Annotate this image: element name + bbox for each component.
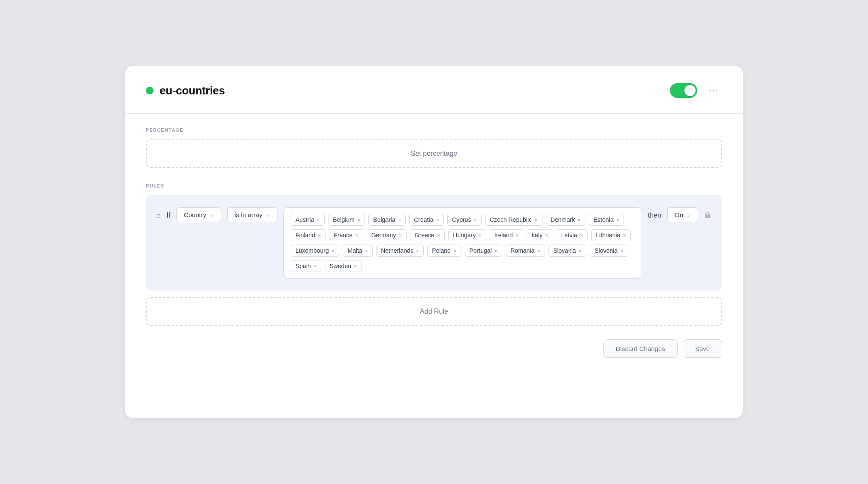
tag-label: Belgium: [333, 216, 355, 223]
list-item: Cyprus×: [447, 214, 482, 226]
condition-field-dropdown[interactable]: Country ⌄: [176, 207, 221, 222]
list-item: Portugal×: [465, 245, 503, 257]
list-item: Germany×: [367, 229, 407, 241]
tag-label: Malta: [347, 247, 362, 254]
tag-label: Cyprus: [452, 216, 471, 223]
list-item: Finland×: [291, 229, 326, 241]
toggle-track[interactable]: [670, 83, 697, 98]
list-item: Austria×: [291, 214, 325, 226]
tag-remove-button[interactable]: ×: [473, 217, 477, 223]
add-rule-button[interactable]: Add Rule: [146, 297, 722, 326]
tag-remove-button[interactable]: ×: [317, 217, 320, 223]
tag-label: Italy: [531, 232, 542, 239]
tag-remove-button[interactable]: ×: [357, 217, 361, 223]
footer-actions: Discard Changes Save: [146, 339, 722, 358]
discard-changes-button[interactable]: Discard Changes: [603, 339, 678, 358]
list-item: Lithuania×: [591, 229, 631, 241]
tag-label: Lithuania: [596, 232, 621, 239]
rules-section: RULES ≡ If Country ⌄ is in array ⌄ Aus: [146, 183, 722, 326]
tag-remove-button[interactable]: ×: [580, 233, 583, 238]
tag-remove-button[interactable]: ×: [365, 248, 368, 254]
tag-remove-button[interactable]: ×: [416, 248, 419, 254]
tag-label: Bulgaria: [373, 216, 395, 223]
list-item: Denmark×: [546, 214, 585, 226]
tag-remove-button[interactable]: ×: [436, 217, 439, 223]
delete-icon: 🗑: [704, 211, 712, 219]
tag-remove-button[interactable]: ×: [355, 233, 359, 238]
set-percentage-button[interactable]: Set percentage: [146, 139, 722, 168]
toggle-thumb: [684, 85, 696, 96]
tag-label: Luxembourg: [295, 247, 329, 254]
status-indicator: [146, 87, 154, 94]
save-button[interactable]: Save: [683, 339, 722, 358]
tag-remove-button[interactable]: ×: [332, 248, 335, 254]
tag-remove-button[interactable]: ×: [577, 217, 581, 223]
condition-operator-dropdown[interactable]: is in array ⌄: [227, 207, 277, 222]
percentage-section: PERCENTAGE Set percentage: [146, 127, 722, 168]
tag-remove-button[interactable]: ×: [545, 233, 549, 238]
tag-label: Poland: [432, 247, 451, 254]
percentage-section-label: PERCENTAGE: [146, 127, 722, 133]
header-left: eu-countries: [146, 84, 225, 97]
more-options-button[interactable]: ⋯: [705, 83, 722, 98]
list-item: Estonia×: [589, 214, 624, 226]
tag-label: Sweden: [329, 263, 351, 269]
condition-operator-label: is in array: [235, 211, 262, 218]
card-header: eu-countries ⋯: [146, 83, 722, 98]
tag-remove-button[interactable]: ×: [494, 248, 498, 254]
tag-label: Germany: [371, 232, 396, 239]
rule-row-container: ≡ If Country ⌄ is in array ⌄ Austria×Bel…: [146, 195, 722, 290]
tag-label: France: [334, 232, 353, 239]
then-value-chevron-icon: ⌄: [687, 212, 691, 218]
delete-rule-button[interactable]: 🗑: [704, 207, 712, 220]
list-item: Hungary×: [448, 229, 486, 241]
list-item: Ireland×: [490, 229, 523, 241]
list-item: Belgium×: [328, 214, 365, 226]
tag-remove-button[interactable]: ×: [313, 263, 317, 269]
tag-remove-button[interactable]: ×: [398, 217, 401, 223]
tag-remove-button[interactable]: ×: [620, 248, 624, 254]
tag-remove-button[interactable]: ×: [579, 248, 582, 254]
tag-remove-button[interactable]: ×: [616, 217, 620, 223]
tag-remove-button[interactable]: ×: [318, 233, 321, 238]
tag-remove-button[interactable]: ×: [623, 233, 626, 238]
list-item: Latvia×: [557, 229, 588, 241]
then-value-dropdown[interactable]: On ⌄: [667, 207, 698, 222]
enable-toggle[interactable]: [670, 83, 697, 98]
list-item: Sweden×: [325, 260, 362, 272]
drag-handle-icon[interactable]: ≡: [156, 207, 161, 221]
tag-remove-button[interactable]: ×: [437, 233, 440, 238]
list-item: Italy×: [527, 229, 553, 241]
condition-operator-chevron-icon: ⌄: [266, 212, 270, 218]
tag-label: Greece: [415, 232, 434, 239]
tag-remove-button[interactable]: ×: [354, 263, 357, 269]
list-item: Malta×: [343, 245, 373, 257]
tag-label: Hungary: [453, 232, 476, 239]
list-item: Bulgaria×: [368, 214, 406, 226]
tag-remove-button[interactable]: ×: [515, 233, 519, 238]
condition-field-chevron-icon: ⌄: [210, 212, 214, 218]
tag-label: Czech Republic: [490, 216, 532, 223]
tag-label: Austria: [295, 216, 314, 223]
tag-label: Romania: [510, 247, 534, 254]
tag-remove-button[interactable]: ×: [453, 248, 457, 254]
list-item: Greece×: [410, 229, 445, 241]
tag-remove-button[interactable]: ×: [398, 233, 402, 238]
then-label: then: [648, 207, 661, 219]
tag-label: Spain: [295, 263, 311, 269]
tag-label: Ireland: [494, 232, 513, 239]
list-item: Croatia×: [409, 214, 444, 226]
tag-label: Slovenia: [594, 247, 618, 254]
condition-field-label: Country: [184, 211, 206, 218]
tag-remove-button[interactable]: ×: [537, 248, 540, 254]
rules-section-label: RULES: [146, 183, 722, 188]
tag-label: Latvia: [561, 232, 577, 239]
tag-remove-button[interactable]: ×: [534, 217, 538, 223]
list-item: Netherlands×: [376, 245, 424, 257]
tag-label: Croatia: [414, 216, 433, 223]
if-label: If: [167, 207, 171, 219]
list-item: France×: [329, 229, 363, 241]
rule-row: ≡ If Country ⌄ is in array ⌄ Austria×Bel…: [156, 207, 712, 278]
tag-label: Denmark: [551, 216, 575, 223]
tag-remove-button[interactable]: ×: [478, 233, 482, 238]
